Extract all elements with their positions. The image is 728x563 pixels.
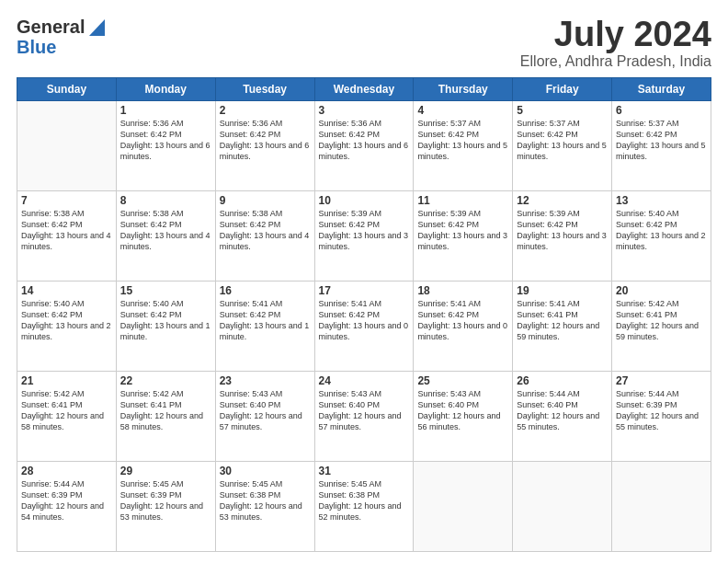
calendar-header-row: Sunday Monday Tuesday Wednesday Thursday… <box>17 78 711 101</box>
logo-triangle-icon <box>85 19 105 36</box>
day-number: 13 <box>616 194 707 207</box>
table-row: 28Sunrise: 5:44 AM Sunset: 6:39 PM Dayli… <box>17 462 117 552</box>
day-number: 11 <box>417 194 508 207</box>
calendar-week-row: 1Sunrise: 5:36 AM Sunset: 6:42 PM Daylig… <box>17 101 711 191</box>
day-number: 2 <box>220 104 311 117</box>
day-info: Sunrise: 5:44 AM Sunset: 6:39 PM Dayligh… <box>21 478 112 523</box>
day-info: Sunrise: 5:37 AM Sunset: 6:42 PM Dayligh… <box>517 118 608 163</box>
calendar-week-row: 21Sunrise: 5:42 AM Sunset: 6:41 PM Dayli… <box>17 372 711 462</box>
day-info: Sunrise: 5:40 AM Sunset: 6:42 PM Dayligh… <box>21 298 112 343</box>
table-row: 21Sunrise: 5:42 AM Sunset: 6:41 PM Dayli… <box>17 372 117 462</box>
header: General Blue July 2024 Ellore, Andhra Pr… <box>17 17 711 70</box>
col-friday: Friday <box>513 78 612 101</box>
day-number: 21 <box>21 374 112 387</box>
table-row: 6Sunrise: 5:37 AM Sunset: 6:42 PM Daylig… <box>612 101 711 191</box>
day-number: 18 <box>417 284 508 297</box>
day-info: Sunrise: 5:45 AM Sunset: 6:38 PM Dayligh… <box>220 478 311 523</box>
day-info: Sunrise: 5:36 AM Sunset: 6:42 PM Dayligh… <box>220 118 311 163</box>
day-number: 27 <box>616 374 707 387</box>
col-monday: Monday <box>116 78 215 101</box>
day-info: Sunrise: 5:40 AM Sunset: 6:42 PM Dayligh… <box>120 298 211 343</box>
logo-general-text: General <box>17 17 85 38</box>
table-row: 16Sunrise: 5:41 AM Sunset: 6:42 PM Dayli… <box>215 282 314 372</box>
day-info: Sunrise: 5:39 AM Sunset: 6:42 PM Dayligh… <box>517 208 608 253</box>
day-info: Sunrise: 5:43 AM Sunset: 6:40 PM Dayligh… <box>417 388 508 433</box>
table-row: 30Sunrise: 5:45 AM Sunset: 6:38 PM Dayli… <box>215 462 314 552</box>
table-row <box>612 462 711 552</box>
day-number: 5 <box>517 104 608 117</box>
day-info: Sunrise: 5:42 AM Sunset: 6:41 PM Dayligh… <box>616 298 707 343</box>
table-row: 2Sunrise: 5:36 AM Sunset: 6:42 PM Daylig… <box>215 101 314 191</box>
day-number: 17 <box>319 284 410 297</box>
table-row: 5Sunrise: 5:37 AM Sunset: 6:42 PM Daylig… <box>513 101 612 191</box>
logo: General Blue <box>17 17 105 56</box>
table-row <box>17 101 117 191</box>
calendar-title: July 2024 <box>520 17 711 52</box>
table-row: 15Sunrise: 5:40 AM Sunset: 6:42 PM Dayli… <box>116 282 215 372</box>
day-number: 15 <box>120 284 211 297</box>
day-info: Sunrise: 5:44 AM Sunset: 6:40 PM Dayligh… <box>517 388 608 433</box>
day-info: Sunrise: 5:41 AM Sunset: 6:42 PM Dayligh… <box>417 298 508 343</box>
day-number: 10 <box>319 194 410 207</box>
day-info: Sunrise: 5:43 AM Sunset: 6:40 PM Dayligh… <box>319 388 410 433</box>
day-info: Sunrise: 5:45 AM Sunset: 6:39 PM Dayligh… <box>120 478 211 523</box>
day-number: 20 <box>616 284 707 297</box>
table-row: 24Sunrise: 5:43 AM Sunset: 6:40 PM Dayli… <box>314 372 414 462</box>
table-row: 29Sunrise: 5:45 AM Sunset: 6:39 PM Dayli… <box>116 462 215 552</box>
day-info: Sunrise: 5:42 AM Sunset: 6:41 PM Dayligh… <box>21 388 112 433</box>
col-wednesday: Wednesday <box>314 78 414 101</box>
table-row: 25Sunrise: 5:43 AM Sunset: 6:40 PM Dayli… <box>414 372 513 462</box>
day-info: Sunrise: 5:44 AM Sunset: 6:39 PM Dayligh… <box>616 388 707 433</box>
svg-marker-0 <box>89 19 105 36</box>
table-row: 22Sunrise: 5:42 AM Sunset: 6:41 PM Dayli… <box>116 372 215 462</box>
page: General Blue July 2024 Ellore, Andhra Pr… <box>0 0 728 563</box>
table-row: 13Sunrise: 5:40 AM Sunset: 6:42 PM Dayli… <box>612 191 711 282</box>
day-info: Sunrise: 5:39 AM Sunset: 6:42 PM Dayligh… <box>417 208 508 253</box>
day-number: 30 <box>220 465 311 477</box>
table-row <box>414 462 513 552</box>
day-number: 14 <box>21 284 112 297</box>
day-number: 9 <box>220 194 311 207</box>
table-row: 12Sunrise: 5:39 AM Sunset: 6:42 PM Dayli… <box>513 191 612 282</box>
day-info: Sunrise: 5:45 AM Sunset: 6:38 PM Dayligh… <box>319 478 410 523</box>
day-number: 4 <box>417 104 508 117</box>
table-row: 19Sunrise: 5:41 AM Sunset: 6:41 PM Dayli… <box>513 282 612 372</box>
day-info: Sunrise: 5:41 AM Sunset: 6:42 PM Dayligh… <box>220 298 311 343</box>
day-info: Sunrise: 5:37 AM Sunset: 6:42 PM Dayligh… <box>417 118 508 163</box>
table-row: 3Sunrise: 5:36 AM Sunset: 6:42 PM Daylig… <box>314 101 414 191</box>
day-number: 25 <box>417 374 508 387</box>
table-row: 26Sunrise: 5:44 AM Sunset: 6:40 PM Dayli… <box>513 372 612 462</box>
table-row: 9Sunrise: 5:38 AM Sunset: 6:42 PM Daylig… <box>215 191 314 282</box>
day-number: 26 <box>517 374 608 387</box>
day-info: Sunrise: 5:41 AM Sunset: 6:42 PM Dayligh… <box>319 298 410 343</box>
table-row: 23Sunrise: 5:43 AM Sunset: 6:40 PM Dayli… <box>215 372 314 462</box>
day-number: 8 <box>120 194 211 207</box>
table-row: 10Sunrise: 5:39 AM Sunset: 6:42 PM Dayli… <box>314 191 414 282</box>
table-row: 4Sunrise: 5:37 AM Sunset: 6:42 PM Daylig… <box>414 101 513 191</box>
table-row <box>513 462 612 552</box>
title-block: July 2024 Ellore, Andhra Pradesh, India <box>520 17 711 70</box>
day-info: Sunrise: 5:40 AM Sunset: 6:42 PM Dayligh… <box>616 208 707 253</box>
day-info: Sunrise: 5:39 AM Sunset: 6:42 PM Dayligh… <box>319 208 410 253</box>
col-tuesday: Tuesday <box>215 78 314 101</box>
table-row: 18Sunrise: 5:41 AM Sunset: 6:42 PM Dayli… <box>414 282 513 372</box>
table-row: 20Sunrise: 5:42 AM Sunset: 6:41 PM Dayli… <box>612 282 711 372</box>
day-number: 12 <box>517 194 608 207</box>
day-info: Sunrise: 5:36 AM Sunset: 6:42 PM Dayligh… <box>120 118 211 163</box>
day-number: 23 <box>220 374 311 387</box>
logo-blue-text: Blue <box>17 38 56 56</box>
col-sunday: Sunday <box>17 78 117 101</box>
calendar-week-row: 7Sunrise: 5:38 AM Sunset: 6:42 PM Daylig… <box>17 191 711 282</box>
day-number: 29 <box>120 465 211 477</box>
day-number: 19 <box>517 284 608 297</box>
table-row: 31Sunrise: 5:45 AM Sunset: 6:38 PM Dayli… <box>314 462 414 552</box>
calendar-location: Ellore, Andhra Pradesh, India <box>520 53 711 70</box>
day-info: Sunrise: 5:37 AM Sunset: 6:42 PM Dayligh… <box>616 118 707 163</box>
day-info: Sunrise: 5:38 AM Sunset: 6:42 PM Dayligh… <box>120 208 211 253</box>
day-info: Sunrise: 5:42 AM Sunset: 6:41 PM Dayligh… <box>120 388 211 433</box>
day-number: 7 <box>21 194 112 207</box>
day-info: Sunrise: 5:43 AM Sunset: 6:40 PM Dayligh… <box>220 388 311 433</box>
day-number: 1 <box>120 104 211 117</box>
day-number: 31 <box>319 465 410 477</box>
table-row: 27Sunrise: 5:44 AM Sunset: 6:39 PM Dayli… <box>612 372 711 462</box>
